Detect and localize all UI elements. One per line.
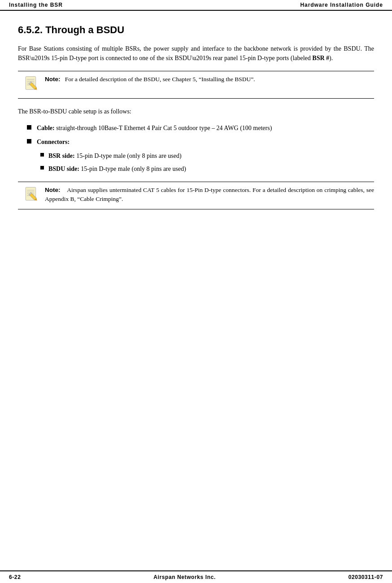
- page-footer: 6-22 Airspan Networks Inc. 02030311-07: [0, 570, 392, 583]
- page-container: Installing the BSR Hardware Installation…: [0, 0, 392, 583]
- bullet-square-bsr: [40, 153, 44, 157]
- header-right: Hardware Installation Guide: [300, 2, 383, 8]
- bullet-text-connectors: Connectors:: [37, 137, 70, 147]
- note-text-1: Note: For a detailed description of the …: [45, 75, 374, 84]
- bullet-list: Cable: straight-through 10Base-T Etherne…: [18, 123, 374, 174]
- bsdu-side-text: 15-pin D-type male (only 8 pins are used…: [79, 165, 186, 172]
- note-label-2: Note:: [45, 187, 61, 193]
- sub-bullet-item-bsr: BSR side: 15-pin D-type male (only 8 pin…: [18, 151, 374, 161]
- header-left: Installing the BSR: [9, 2, 63, 8]
- bullet-square-cable: [27, 125, 31, 130]
- note-content-2: Airspan supplies unterminated CAT 5 cabl…: [45, 187, 374, 202]
- pencil-icon-2: [22, 187, 41, 205]
- bullet-item-cable: Cable: straight-through 10Base-T Etherne…: [18, 123, 374, 133]
- cable-text: straight-through 10Base-T Ethernet 4 Pai…: [55, 125, 272, 131]
- bullet-square-bsdu: [40, 166, 44, 170]
- section-title: 6.5.2. Through a BSDU: [18, 24, 374, 36]
- bsdu-side-label: BSDU side:: [48, 165, 79, 172]
- page-content: 6.5.2. Through a BSDU For Base Stations …: [0, 11, 392, 570]
- bullet-square-connectors: [27, 139, 31, 144]
- note-box-2: Note: Airspan supplies unterminated CAT …: [18, 182, 374, 209]
- note-icon-1: [18, 75, 45, 95]
- pencil-icon-1: [22, 76, 41, 95]
- footer-company: Airspan Networks Inc.: [153, 574, 216, 580]
- bullet-item-connectors: Connectors:: [18, 137, 374, 147]
- connectors-label: Connectors:: [37, 139, 70, 145]
- bullet-text-cable: Cable: straight-through 10Base-T Etherne…: [37, 123, 272, 133]
- bullet-text-bsdu: BSDU side: 15-pin D-type male (only 8 pi…: [48, 164, 186, 174]
- note-box-1: Note: For a detailed description of the …: [18, 71, 374, 99]
- footer-doc-number: 02030311-07: [348, 574, 383, 580]
- intro-paragraph: For Base Stations consisting of multiple…: [18, 44, 374, 63]
- note-content-1: For a detailed description of the BSDU, …: [65, 76, 255, 83]
- bullet-text-bsr: BSR side: 15-pin D-type male (only 8 pin…: [48, 151, 182, 161]
- bsr-side-label: BSR side:: [48, 152, 75, 159]
- note-label-1: Note:: [45, 76, 61, 83]
- setup-paragraph: The BSR-to-BSDU cable setup is as follow…: [18, 107, 374, 116]
- footer-page-number: 6-22: [9, 574, 21, 580]
- sub-bullet-item-bsdu: BSDU side: 15-pin D-type male (only 8 pi…: [18, 164, 374, 174]
- note-icon-2: [18, 186, 45, 205]
- note-text-2: Note: Airspan supplies unterminated CAT …: [45, 186, 374, 204]
- page-header: Installing the BSR Hardware Installation…: [0, 0, 392, 11]
- bsr-side-text: 15-pin D-type male (only 8 pins are used…: [75, 152, 182, 159]
- cable-label: Cable:: [37, 125, 55, 131]
